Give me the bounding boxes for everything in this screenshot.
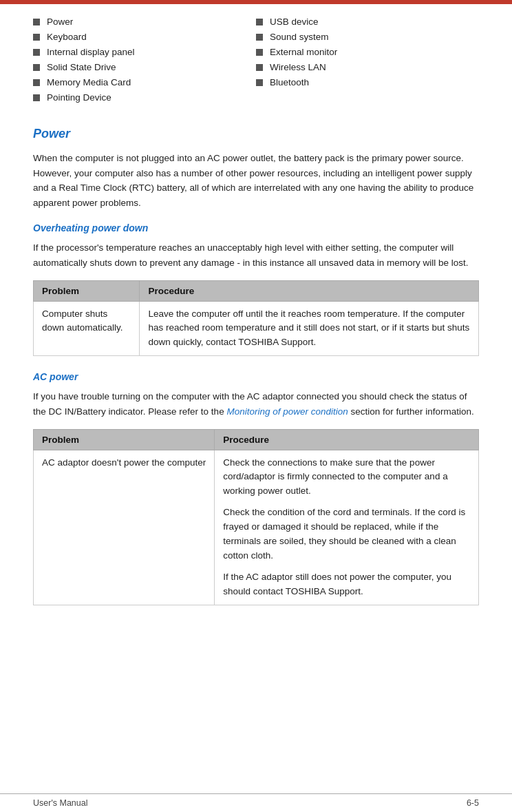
bullet-square <box>256 19 263 25</box>
bullet-square <box>256 49 263 56</box>
bullet-text: USB device <box>270 17 319 27</box>
table-cell-problem: AC adaptor doesn't power the computer <box>34 450 215 605</box>
procedure-para: If the AC adaptor still does not power t… <box>223 570 470 599</box>
table-cell-problem: Computer shuts down automatically. <box>34 301 140 356</box>
footer-left: User's Manual <box>33 798 88 808</box>
monitoring-link[interactable]: Monitoring of power condition <box>226 406 348 417</box>
bullet-item: USB device <box>256 17 479 27</box>
bullet-square <box>33 64 40 71</box>
bullet-item: Internal display panel <box>33 47 256 57</box>
bullet-square <box>33 19 40 25</box>
power-section: Power When the computer is not plugged i… <box>33 127 479 605</box>
bullet-item: Keyboard <box>33 32 256 42</box>
bullet-item: Sound system <box>256 32 479 42</box>
acpower-col-procedure: Procedure <box>215 429 479 450</box>
bullet-text: Solid State Drive <box>47 62 116 72</box>
table-cell-procedure: Check the connections to make sure that … <box>215 450 479 605</box>
table-cell-procedure: Leave the computer off until the it reac… <box>140 301 479 356</box>
bullet-item: External monitor <box>256 47 479 57</box>
table-row: Computer shuts down automatically.Leave … <box>34 301 479 356</box>
bullet-square <box>33 79 40 86</box>
bullet-square <box>33 49 40 56</box>
acpower-title: AC power <box>33 371 479 382</box>
overheating-table: Problem Procedure Computer shuts down au… <box>33 280 479 357</box>
bullet-item: Bluetooth <box>256 77 479 87</box>
bullet-item: Power <box>33 17 256 27</box>
acpower-para: If you have trouble turning on the compu… <box>33 389 479 419</box>
overheating-subsection: Overheating power down If the processor'… <box>33 222 479 356</box>
footer: User's Manual 6-5 <box>0 793 512 812</box>
table-row: AC adaptor doesn't power the computerChe… <box>34 450 479 605</box>
acpower-para-after-link: section for further information. <box>348 406 474 417</box>
overheating-para: If the processor's temperature reaches a… <box>33 240 479 270</box>
overheating-col-procedure: Procedure <box>140 280 479 301</box>
bullet-col-right: USB deviceSound systemExternal monitorWi… <box>256 17 479 107</box>
overheating-col-problem: Problem <box>34 280 140 301</box>
procedure-para: Check the connections to make sure that … <box>223 456 470 499</box>
bullet-text: Keyboard <box>47 32 87 42</box>
bullet-text: Power <box>47 17 73 27</box>
bullet-text: Internal display panel <box>47 47 135 57</box>
bullet-square <box>256 79 263 86</box>
bullet-text: Bluetooth <box>270 77 309 87</box>
overheating-title: Overheating power down <box>33 222 479 233</box>
bullet-col-left: PowerKeyboardInternal display panelSolid… <box>33 17 256 107</box>
bullet-text: External monitor <box>270 47 337 57</box>
bullet-item: Pointing Device <box>33 92 256 103</box>
acpower-col-problem: Problem <box>34 429 215 450</box>
bullet-square <box>256 64 263 71</box>
acpower-subsection: AC power If you have trouble turning on … <box>33 371 479 605</box>
bullet-text: Pointing Device <box>47 92 111 103</box>
bullet-text: Sound system <box>270 32 329 42</box>
footer-right: 6-5 <box>467 798 479 808</box>
bullet-item: Memory Media Card <box>33 77 256 87</box>
bullet-item: Wireless LAN <box>256 62 479 72</box>
power-para1: When the computer is not plugged into an… <box>33 151 479 210</box>
bullet-square <box>33 34 40 41</box>
power-title: Power <box>33 127 479 141</box>
bullet-text: Wireless LAN <box>270 62 326 72</box>
acpower-table: Problem Procedure AC adaptor doesn't pow… <box>33 429 479 605</box>
bullet-text: Memory Media Card <box>47 77 131 87</box>
bullet-item: Solid State Drive <box>33 62 256 72</box>
bullet-list: PowerKeyboardInternal display panelSolid… <box>33 17 479 107</box>
procedure-para: Check the condition of the cord and term… <box>223 506 470 563</box>
bullet-square <box>256 34 263 41</box>
bullet-square <box>33 94 40 101</box>
